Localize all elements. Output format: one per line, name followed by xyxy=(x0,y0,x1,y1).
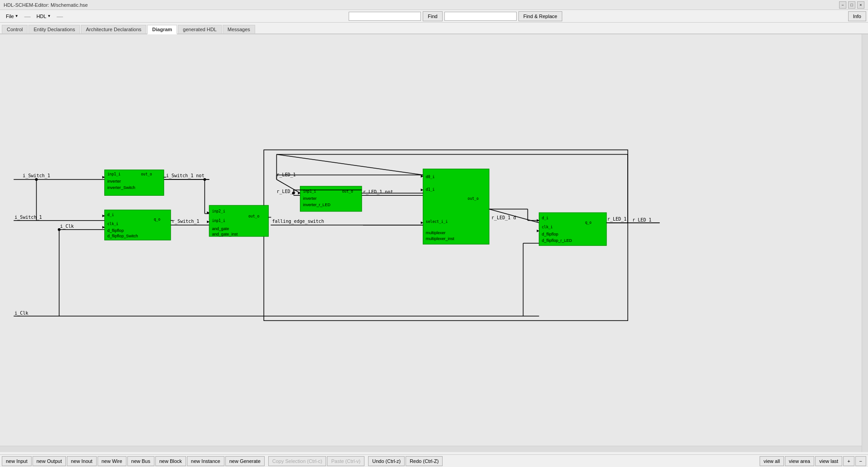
svg-text:and_gate_inst: and_gate_inst xyxy=(212,232,238,236)
titlebar-title: HDL-SCHEM-Editor: M/schematic.hse xyxy=(4,2,839,8)
svg-text:d1_i: d1_i xyxy=(426,188,435,192)
block-multiplexer-inst[interactable]: d0_i d1_i select_i_i out_o multiplexer m… xyxy=(421,169,491,244)
tabbar: Control Entity Declarations Architecture… xyxy=(0,23,868,34)
svg-text:d_flipflop: d_flipflop xyxy=(542,232,558,236)
svg-text:q_o: q_o xyxy=(154,217,160,222)
find-replace-button[interactable]: Find & Replace xyxy=(518,11,562,21)
zoom-out-button[interactable]: − xyxy=(855,456,866,466)
svg-text:inp1_i: inp1_i xyxy=(212,219,225,223)
svg-text:d_flipflop_r_LED: d_flipflop_r_LED xyxy=(542,238,572,243)
svg-text:d_flipflop_Switch: d_flipflop_Switch xyxy=(107,234,138,238)
file-arrow: ▼ xyxy=(15,14,19,18)
svg-text:d_i: d_i xyxy=(542,216,549,220)
new-generate-button[interactable]: new Generate xyxy=(225,456,265,466)
svg-text:select_i_i: select_i_i xyxy=(426,220,448,224)
block-d-flipflop-switch[interactable]: d_i clk_i q_o d_flipflop d_flipflop_Swit… xyxy=(103,210,173,240)
svg-text:inverter: inverter xyxy=(107,179,121,184)
svg-text:inverter_Switch: inverter_Switch xyxy=(107,185,135,190)
svg-text:inp2_i: inp2_i xyxy=(212,210,225,214)
file-menu[interactable]: File ▼ xyxy=(2,12,23,20)
svg-text:d0_i: d0_i xyxy=(426,175,435,179)
svg-point-107 xyxy=(292,192,295,194)
tab-messages[interactable]: Messages xyxy=(223,25,255,33)
maximize-button[interactable]: □ xyxy=(848,1,855,9)
svg-text:d_i: d_i xyxy=(107,213,114,217)
search-input[interactable] xyxy=(349,12,421,21)
svg-text:clk_i: clk_i xyxy=(542,225,553,229)
svg-point-36 xyxy=(58,228,61,231)
svg-text:d_flipflop: d_flipflop xyxy=(107,228,124,233)
svg-text:inp1_i: inp1_i xyxy=(107,172,121,176)
tab-hdl[interactable]: generated HDL xyxy=(178,25,222,33)
vertical-scrollbar[interactable] xyxy=(862,34,868,452)
redo-button[interactable]: Redo (Ctrl-Z) xyxy=(406,456,443,466)
zoom-in-button[interactable]: + xyxy=(843,456,854,466)
menubar: File ▼ — HDL ▼ — Find Find & Replace Inf… xyxy=(0,10,868,23)
bottombar: new Input new Output new Inout new Wire … xyxy=(0,454,868,467)
close-button[interactable]: × xyxy=(857,1,864,9)
svg-line-26 xyxy=(276,155,423,175)
tab-entity[interactable]: Entity Declarations xyxy=(28,25,80,33)
horizontal-scrollbar[interactable] xyxy=(0,446,862,452)
svg-text:i_Clk: i_Clk xyxy=(14,311,28,316)
svg-text:r_LED_1: r_LED_1 xyxy=(607,217,626,222)
new-wire-button[interactable]: new Wire xyxy=(98,456,126,466)
svg-text:r_LED_1 d: r_LED_1 d xyxy=(491,215,516,221)
tab-diagram[interactable]: Diagram xyxy=(147,25,177,34)
menu-sep-2: — xyxy=(57,13,63,20)
svg-point-18 xyxy=(203,178,206,181)
svg-point-8 xyxy=(35,178,38,181)
titlebar-controls: − □ × xyxy=(839,1,864,9)
paste-button[interactable]: Paste (Ctrl-v) xyxy=(327,456,364,466)
svg-text:r_LED_1: r_LED_1 xyxy=(632,217,651,223)
new-input-button[interactable]: new Input xyxy=(2,456,32,466)
view-area-button[interactable]: view area xyxy=(785,456,814,466)
block-and-gate-inst[interactable]: inp2_i inp1_i out_o and_gate and_gate_in… xyxy=(207,205,271,236)
block-inverter-switch[interactable]: inp1_i out_o inverter inverter_Switch xyxy=(103,170,166,195)
svg-text:i_Switch_1 not: i_Switch_1 not xyxy=(166,173,205,179)
tab-arch[interactable]: Architecture Declarations xyxy=(81,25,146,33)
menu-sep-1: — xyxy=(24,13,31,20)
replace-input[interactable] xyxy=(444,12,517,21)
new-block-button[interactable]: new Block xyxy=(155,456,186,466)
hdl-label: HDL xyxy=(37,14,47,19)
block-d-flipflop-r-led[interactable]: d_i clk_i q_o d_flipflop d_flipflop_r_LE… xyxy=(537,213,609,246)
file-label: File xyxy=(6,14,14,19)
svg-text:multiplexer: multiplexer xyxy=(426,231,446,235)
info-button[interactable]: Info xyxy=(848,11,866,21)
new-inout-button[interactable]: new Inout xyxy=(67,456,97,466)
svg-text:and_gate: and_gate xyxy=(212,226,229,231)
minimize-button[interactable]: − xyxy=(839,1,846,9)
undo-button[interactable]: Undo (Ctrl-z) xyxy=(368,456,405,466)
new-bus-button[interactable]: new Bus xyxy=(127,456,154,466)
svg-text:q_o: q_o xyxy=(585,221,592,225)
svg-text:inverter: inverter xyxy=(303,196,317,201)
canvas[interactable]: i_Switch_1 i_Switch_1 not i_Switch_1 r_S… xyxy=(0,34,868,452)
find-button[interactable]: Find xyxy=(423,11,442,21)
svg-text:out_o: out_o xyxy=(141,172,152,176)
copy-selection-button[interactable]: Copy Selection (Ctrl-c) xyxy=(268,456,327,466)
diagram-svg: i_Switch_1 i_Switch_1 not i_Switch_1 r_S… xyxy=(0,34,868,452)
svg-text:r_Switch_1: r_Switch_1 xyxy=(172,219,200,224)
hdl-arrow: ▼ xyxy=(47,14,51,18)
hdl-menu[interactable]: HDL ▼ xyxy=(33,12,55,20)
titlebar: HDL-SCHEM-Editor: M/schematic.hse − □ × xyxy=(0,0,868,10)
svg-text:clk_i: clk_i xyxy=(107,222,118,226)
svg-text:falling_edge_switch: falling_edge_switch xyxy=(272,219,324,224)
search-area: Find Find & Replace xyxy=(349,11,562,21)
new-instance-button[interactable]: new Instance xyxy=(187,456,224,466)
svg-text:out_o: out_o xyxy=(248,214,259,218)
view-all-button[interactable]: view all xyxy=(760,456,784,466)
view-last-button[interactable]: view last xyxy=(815,456,842,466)
svg-text:out_o: out_o xyxy=(468,197,479,201)
svg-text:multiplexer_inst: multiplexer_inst xyxy=(426,236,454,241)
svg-text:r_LED_1 not: r_LED_1 not xyxy=(363,189,393,195)
svg-text:inverter_r_LED: inverter_r_LED xyxy=(303,203,331,207)
tab-control[interactable]: Control xyxy=(2,25,28,33)
svg-text:i_Switch_1: i_Switch_1 xyxy=(23,173,50,179)
new-output-button[interactable]: new Output xyxy=(33,456,66,466)
svg-text:i_Switch_1: i_Switch_1 xyxy=(14,215,42,220)
svg-text:i_Clk: i_Clk xyxy=(60,224,74,229)
